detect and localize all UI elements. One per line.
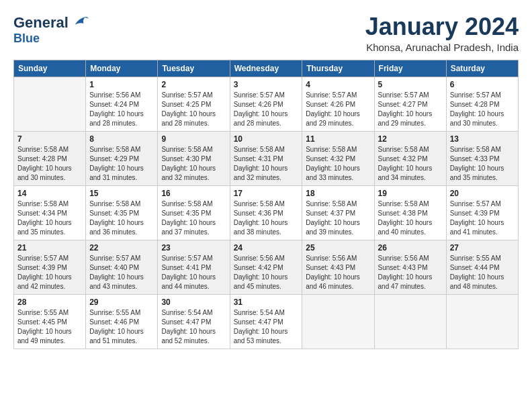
day-info: Sunrise: 5:54 AM Sunset: 4:47 PM Dayligh… <box>234 308 299 346</box>
day-info: Sunrise: 5:57 AM Sunset: 4:39 PM Dayligh… <box>450 199 515 237</box>
calendar-cell: 28Sunrise: 5:55 AM Sunset: 4:45 PM Dayli… <box>14 294 86 349</box>
calendar-cell: 18Sunrise: 5:58 AM Sunset: 4:37 PM Dayli… <box>302 185 374 240</box>
calendar-cell: 6Sunrise: 5:57 AM Sunset: 4:28 PM Daylig… <box>446 77 518 131</box>
day-number: 28 <box>17 298 82 307</box>
day-info: Sunrise: 5:58 AM Sunset: 4:31 PM Dayligh… <box>234 145 299 183</box>
day-number: 4 <box>306 80 370 89</box>
day-info: Sunrise: 5:58 AM Sunset: 4:36 PM Dayligh… <box>234 199 299 237</box>
calendar-cell: 30Sunrise: 5:54 AM Sunset: 4:47 PM Dayli… <box>158 294 230 349</box>
calendar-week-row: 21Sunrise: 5:57 AM Sunset: 4:39 PM Dayli… <box>14 240 519 294</box>
day-info: Sunrise: 5:54 AM Sunset: 4:47 PM Dayligh… <box>161 308 226 346</box>
day-number: 10 <box>234 134 299 144</box>
day-info: Sunrise: 5:57 AM Sunset: 4:41 PM Dayligh… <box>161 254 226 291</box>
calendar-cell: 2Sunrise: 5:57 AM Sunset: 4:25 PM Daylig… <box>158 77 230 131</box>
day-info: Sunrise: 5:58 AM Sunset: 4:34 PM Dayligh… <box>17 199 82 237</box>
calendar-cell: 29Sunrise: 5:55 AM Sunset: 4:46 PM Dayli… <box>86 294 158 349</box>
day-info: Sunrise: 5:57 AM Sunset: 4:28 PM Dayligh… <box>450 91 515 128</box>
calendar-cell: 17Sunrise: 5:58 AM Sunset: 4:36 PM Dayli… <box>230 185 302 240</box>
day-number: 23 <box>161 243 226 253</box>
title-area: January 2024 Khonsa, Arunachal Pradesh, … <box>365 13 519 53</box>
calendar-cell: 3Sunrise: 5:57 AM Sunset: 4:26 PM Daylig… <box>230 77 302 131</box>
calendar-header-tuesday: Tuesday <box>158 60 230 77</box>
calendar-cell: 13Sunrise: 5:58 AM Sunset: 4:33 PM Dayli… <box>446 131 518 185</box>
calendar-cell: 31Sunrise: 5:54 AM Sunset: 4:47 PM Dayli… <box>230 294 302 349</box>
day-info: Sunrise: 5:58 AM Sunset: 4:33 PM Dayligh… <box>450 145 515 183</box>
day-info: Sunrise: 5:57 AM Sunset: 4:26 PM Dayligh… <box>306 91 370 128</box>
logo-bird-icon <box>70 13 89 32</box>
calendar-cell <box>446 294 518 349</box>
calendar-cell <box>302 294 374 349</box>
day-info: Sunrise: 5:58 AM Sunset: 4:32 PM Dayligh… <box>306 145 370 183</box>
day-info: Sunrise: 5:58 AM Sunset: 4:28 PM Dayligh… <box>17 145 82 183</box>
day-number: 26 <box>378 243 443 253</box>
day-info: Sunrise: 5:55 AM Sunset: 4:45 PM Dayligh… <box>17 308 82 346</box>
day-info: Sunrise: 5:58 AM Sunset: 4:37 PM Dayligh… <box>306 199 370 237</box>
day-info: Sunrise: 5:56 AM Sunset: 4:42 PM Dayligh… <box>234 254 299 291</box>
day-number: 17 <box>234 189 299 198</box>
calendar-cell: 12Sunrise: 5:58 AM Sunset: 4:32 PM Dayli… <box>374 131 446 185</box>
day-info: Sunrise: 5:58 AM Sunset: 4:35 PM Dayligh… <box>89 199 154 237</box>
calendar-cell: 4Sunrise: 5:57 AM Sunset: 4:26 PM Daylig… <box>302 77 374 131</box>
day-number: 20 <box>450 189 515 198</box>
day-info: Sunrise: 5:57 AM Sunset: 4:25 PM Dayligh… <box>161 91 226 128</box>
day-number: 1 <box>89 80 154 89</box>
calendar-header-sunday: Sunday <box>14 60 86 77</box>
day-number: 21 <box>17 243 82 253</box>
calendar-header-friday: Friday <box>374 60 446 77</box>
calendar-cell: 27Sunrise: 5:55 AM Sunset: 4:44 PM Dayli… <box>446 240 518 294</box>
logo-text-blue: Blue <box>13 32 89 46</box>
calendar-header-row: SundayMondayTuesdayWednesdayThursdayFrid… <box>14 60 519 77</box>
calendar-cell: 23Sunrise: 5:57 AM Sunset: 4:41 PM Dayli… <box>158 240 230 294</box>
day-info: Sunrise: 5:58 AM Sunset: 4:35 PM Dayligh… <box>161 199 226 237</box>
calendar-cell <box>374 294 446 349</box>
day-info: Sunrise: 5:56 AM Sunset: 4:43 PM Dayligh… <box>378 254 443 291</box>
day-info: Sunrise: 5:57 AM Sunset: 4:27 PM Dayligh… <box>378 91 443 128</box>
calendar-cell: 7Sunrise: 5:58 AM Sunset: 4:28 PM Daylig… <box>14 131 86 185</box>
calendar-header-monday: Monday <box>86 60 158 77</box>
day-info: Sunrise: 5:55 AM Sunset: 4:44 PM Dayligh… <box>450 254 515 291</box>
calendar-cell <box>14 77 86 131</box>
calendar-cell: 15Sunrise: 5:58 AM Sunset: 4:35 PM Dayli… <box>86 185 158 240</box>
day-number: 2 <box>161 80 226 89</box>
calendar-cell: 1Sunrise: 5:56 AM Sunset: 4:24 PM Daylig… <box>86 77 158 131</box>
calendar-header-wednesday: Wednesday <box>230 60 302 77</box>
day-number: 29 <box>89 298 154 307</box>
calendar-week-row: 1Sunrise: 5:56 AM Sunset: 4:24 PM Daylig… <box>14 77 519 131</box>
logo-text-general: General <box>13 15 69 31</box>
calendar-cell: 14Sunrise: 5:58 AM Sunset: 4:34 PM Dayli… <box>14 185 86 240</box>
day-number: 11 <box>306 134 370 144</box>
day-info: Sunrise: 5:58 AM Sunset: 4:32 PM Dayligh… <box>378 145 443 183</box>
day-info: Sunrise: 5:57 AM Sunset: 4:39 PM Dayligh… <box>17 254 82 291</box>
logo: General Blue <box>13 13 89 46</box>
calendar-cell: 5Sunrise: 5:57 AM Sunset: 4:27 PM Daylig… <box>374 77 446 131</box>
calendar-week-row: 7Sunrise: 5:58 AM Sunset: 4:28 PM Daylig… <box>14 131 519 185</box>
calendar-cell: 9Sunrise: 5:58 AM Sunset: 4:30 PM Daylig… <box>158 131 230 185</box>
day-number: 27 <box>450 243 515 253</box>
calendar-cell: 20Sunrise: 5:57 AM Sunset: 4:39 PM Dayli… <box>446 185 518 240</box>
calendar-week-row: 14Sunrise: 5:58 AM Sunset: 4:34 PM Dayli… <box>14 185 519 240</box>
day-number: 16 <box>161 189 226 198</box>
day-info: Sunrise: 5:57 AM Sunset: 4:26 PM Dayligh… <box>234 91 299 128</box>
day-number: 19 <box>378 189 443 198</box>
month-title: January 2024 <box>365 13 519 40</box>
calendar-cell: 16Sunrise: 5:58 AM Sunset: 4:35 PM Dayli… <box>158 185 230 240</box>
day-number: 15 <box>89 189 154 198</box>
calendar-cell: 19Sunrise: 5:58 AM Sunset: 4:38 PM Dayli… <box>374 185 446 240</box>
day-number: 30 <box>161 298 226 307</box>
day-number: 14 <box>17 189 82 198</box>
day-info: Sunrise: 5:55 AM Sunset: 4:46 PM Dayligh… <box>89 308 154 346</box>
calendar-cell: 24Sunrise: 5:56 AM Sunset: 4:42 PM Dayli… <box>230 240 302 294</box>
day-number: 12 <box>378 134 443 144</box>
day-info: Sunrise: 5:58 AM Sunset: 4:38 PM Dayligh… <box>378 199 443 237</box>
day-info: Sunrise: 5:57 AM Sunset: 4:40 PM Dayligh… <box>89 254 154 291</box>
calendar-cell: 8Sunrise: 5:58 AM Sunset: 4:29 PM Daylig… <box>86 131 158 185</box>
day-number: 31 <box>234 298 299 307</box>
day-number: 18 <box>306 189 370 198</box>
day-number: 22 <box>89 243 154 253</box>
calendar-header-saturday: Saturday <box>446 60 518 77</box>
day-number: 25 <box>306 243 370 253</box>
location-subtitle: Khonsa, Arunachal Pradesh, India <box>365 42 519 53</box>
calendar-week-row: 28Sunrise: 5:55 AM Sunset: 4:45 PM Dayli… <box>14 294 519 349</box>
day-number: 5 <box>378 80 443 89</box>
day-number: 8 <box>89 134 154 144</box>
